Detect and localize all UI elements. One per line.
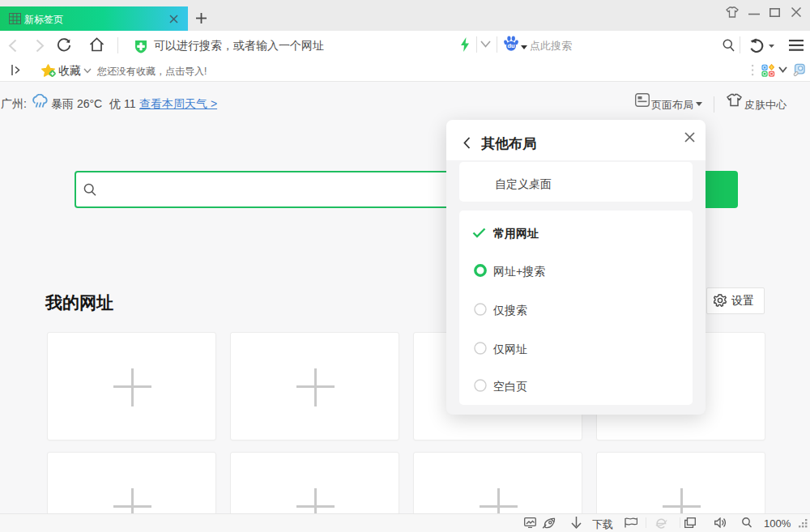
svg-text:du: du (507, 42, 515, 49)
